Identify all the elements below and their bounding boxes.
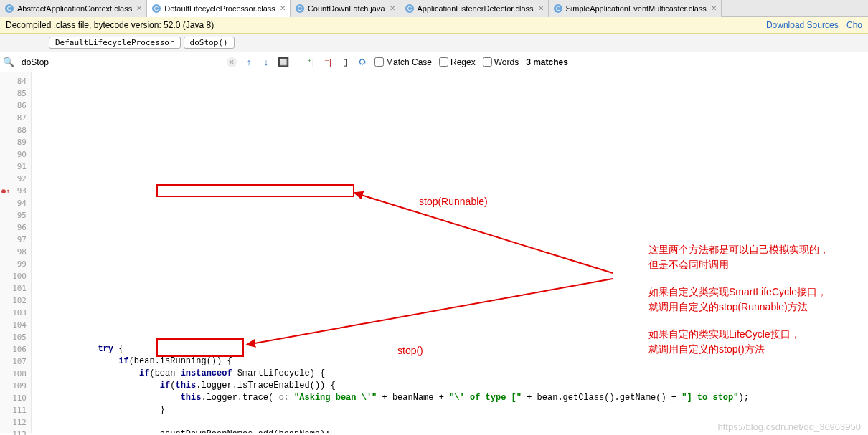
- class-icon: C: [553, 4, 563, 14]
- breadcrumb-method[interactable]: doStop(): [184, 37, 235, 49]
- svg-text:C: C: [298, 5, 303, 12]
- tab-label: DefaultLifecycleProcessor.class: [164, 4, 275, 13]
- line-gutter: 848586878889909192●↑93949596979899100101…: [0, 72, 32, 433]
- match-case-checkbox[interactable]: [374, 57, 384, 67]
- watermark: https://blog.csdn.net/qq_36963950: [718, 421, 862, 432]
- select-all-icon[interactable]: ▯: [339, 56, 352, 69]
- decompiled-banner: Decompiled .class file, bytecode version…: [0, 17, 868, 34]
- annotation-stop: stop(): [397, 345, 423, 357]
- annotation-side-3: 如果自定的类实现LifeCycle接口，就调用自定义的stop()方法: [648, 327, 857, 357]
- tab-label: SimpleApplicationEventMulticaster.class: [566, 4, 707, 13]
- download-sources-link[interactable]: Download Sources: [766, 20, 839, 30]
- breadcrumb-class[interactable]: DefaultLifecycleProcessor: [49, 37, 181, 49]
- class-icon: C: [295, 4, 305, 14]
- annotation-side-1: 这里两个方法都是可以自己模拟实现的，但是不会同时调用: [648, 242, 857, 272]
- code-area[interactable]: stop(Runnable) stop() 这里两个方法都是可以自己模拟实现的，…: [32, 72, 868, 433]
- words-checkbox[interactable]: [483, 57, 492, 67]
- prev-match-icon[interactable]: ↑: [242, 56, 255, 69]
- search-options: Match Case Regex Words 3 matches: [374, 57, 568, 67]
- search-input[interactable]: [20, 56, 221, 69]
- annotation-side-2: 如果自定义类实现SmartLifeCycle接口，就调用自定义的stop(Run…: [648, 285, 857, 315]
- banner-actions: Download Sources Cho: [760, 20, 862, 30]
- code-editor[interactable]: 848586878889909192●↑93949596979899100101…: [0, 72, 868, 433]
- next-match-icon[interactable]: ↓: [260, 56, 273, 69]
- settings-icon[interactable]: ⚙: [356, 56, 369, 69]
- svg-text:C: C: [555, 5, 560, 12]
- svg-text:C: C: [154, 5, 159, 12]
- right-margin-line: [646, 72, 646, 433]
- class-icon: C: [151, 4, 161, 14]
- svg-text:C: C: [407, 5, 412, 12]
- class-icon: C: [405, 4, 415, 14]
- words-option[interactable]: Words: [483, 57, 519, 67]
- close-icon[interactable]: ✕: [390, 4, 395, 12]
- tab-abstract-application-context[interactable]: C AbstractApplicationContext.class ✕: [0, 0, 147, 17]
- tab-simple-application-event-multicaster[interactable]: C SimpleApplicationEventMulticaster.clas…: [549, 0, 722, 17]
- tab-label: CountDownLatch.java: [308, 4, 385, 13]
- highlight-box-stop-runnable: [156, 184, 354, 197]
- choose-sources-link[interactable]: Cho: [846, 20, 862, 30]
- close-icon[interactable]: ✕: [280, 4, 286, 12]
- svg-text:C: C: [7, 5, 12, 12]
- close-icon[interactable]: ✕: [136, 4, 142, 12]
- find-all-icon[interactable]: 🔲: [277, 56, 290, 69]
- tab-default-lifecycle-processor[interactable]: C DefaultLifecycleProcessor.class ✕: [147, 0, 291, 17]
- close-icon[interactable]: ✕: [538, 4, 544, 12]
- banner-text: Decompiled .class file, bytecode version…: [6, 20, 214, 30]
- class-icon: C: [4, 4, 14, 14]
- regex-checkbox[interactable]: [439, 57, 448, 67]
- match-case-option[interactable]: Match Case: [374, 57, 432, 67]
- editor-tabs: C AbstractApplicationContext.class ✕ C D…: [0, 0, 868, 17]
- tab-label: AbstractApplicationContext.class: [17, 4, 132, 13]
- remove-selection-icon[interactable]: ⁻|: [321, 56, 334, 69]
- close-icon[interactable]: ✕: [711, 4, 717, 12]
- find-bar: 🔍 ✕ ↑ ↓ 🔲 ⁺| ⁻| ▯ ⚙ Match Case Regex Wor…: [0, 52, 868, 72]
- add-selection-icon[interactable]: ⁺|: [304, 56, 317, 69]
- regex-option[interactable]: Regex: [439, 57, 476, 67]
- tab-application-listener-detector[interactable]: C ApplicationListenerDetector.class ✕: [400, 0, 549, 17]
- search-icon: 🔍: [3, 57, 14, 67]
- clear-search-icon[interactable]: ✕: [227, 57, 237, 67]
- search-nav: ↑ ↓ 🔲 ⁺| ⁻| ▯ ⚙: [242, 56, 369, 69]
- tab-countdown-latch[interactable]: C CountDownLatch.java ✕: [291, 0, 400, 17]
- tab-label: ApplicationListenerDetector.class: [418, 4, 534, 13]
- annotation-stop-runnable: stop(Runnable): [419, 196, 488, 208]
- match-count: 3 matches: [526, 57, 568, 67]
- breadcrumb-bar: DefaultLifecycleProcessor doStop(): [0, 34, 868, 52]
